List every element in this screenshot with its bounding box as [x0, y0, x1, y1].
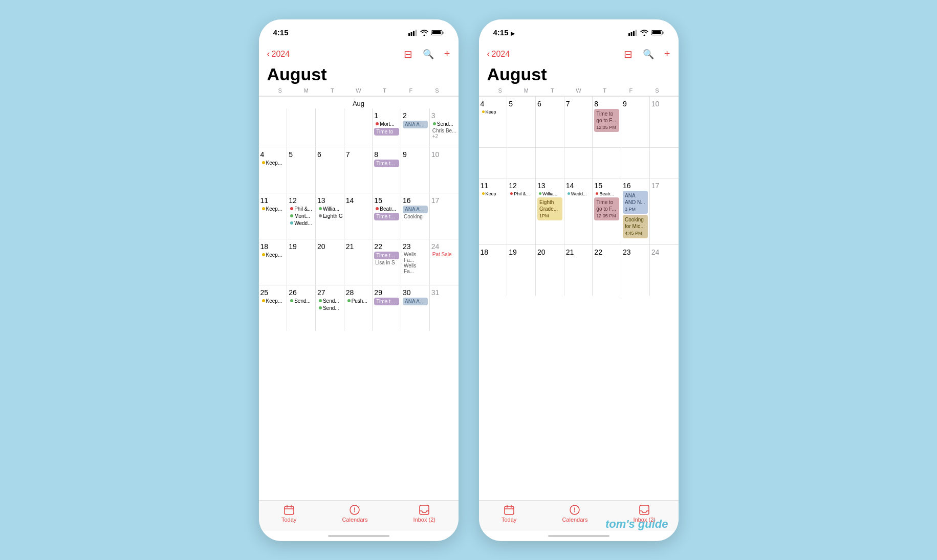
day-cell[interactable]	[316, 108, 344, 147]
view-toggle-icon[interactable]: ⊟	[404, 48, 412, 60]
day-cell-r18[interactable]: 18	[479, 245, 508, 296]
day-cell-r5[interactable]: 5	[507, 97, 536, 147]
event-keep: Keep	[481, 191, 506, 197]
day-cell-12[interactable]: 12 Phil &... Mont... Wedd...	[287, 193, 316, 239]
day-cell-r16[interactable]: 16 ANA AND N...3 PM Cooking for Mid...4:…	[621, 178, 650, 244]
day-cell-18[interactable]: 18 Keep...	[259, 239, 288, 285]
svg-rect-16	[630, 32, 632, 36]
event-block: Cooking for Mid...4:45 PM	[623, 215, 648, 238]
day-cell-20[interactable]: 20	[316, 239, 344, 285]
day-cell-r17[interactable]: 17	[650, 178, 679, 244]
day-cell-24[interactable]: 24 Pat Sale	[430, 239, 459, 285]
back-button-right[interactable]: ‹ 2024	[487, 49, 510, 59]
svg-rect-2	[413, 31, 415, 36]
event-block: Time to go to F...12:05 PM	[594, 109, 619, 132]
svg-rect-18	[635, 30, 637, 36]
day-cell-21[interactable]: 21	[344, 239, 373, 285]
day-cell-r9[interactable]: 9	[621, 97, 650, 147]
event-block: Time to go to F...12:05 PM	[594, 197, 619, 221]
calendar-nav-right: ‹ 2024 ⊟ 🔍 +	[487, 46, 670, 64]
day-cell-r11[interactable]: 11 Keep	[479, 178, 508, 244]
day-cell-r8[interactable]: 8 Time to go to F...12:05 PM	[593, 97, 621, 147]
day-cell-11[interactable]: 11 Keep...	[259, 193, 288, 239]
day-header-t2: T	[372, 87, 398, 94]
battery-icon	[651, 30, 664, 36]
day-cell[interactable]	[344, 108, 373, 147]
day-cell-r10[interactable]: 10	[650, 97, 679, 147]
add-event-icon[interactable]: +	[444, 48, 450, 60]
month-title-left: August	[267, 64, 450, 87]
day-cell-r14[interactable]: 14 Wedd...	[564, 178, 593, 244]
day-cell-17[interactable]: 17	[430, 193, 459, 239]
day-cell-31[interactable]: 31	[430, 285, 459, 331]
tab-today-label-right: Today	[502, 517, 516, 523]
wifi-icon	[420, 30, 428, 36]
day-cell-6[interactable]: 6	[316, 147, 344, 193]
day-cell-r21[interactable]: 21	[564, 245, 593, 296]
day-cell-8[interactable]: 8 Time to s	[373, 147, 401, 193]
day-cell-aug2[interactable]: 2 ANA AN...	[401, 108, 430, 147]
day-cell-r19[interactable]: 19	[507, 245, 536, 296]
day-cell-r7[interactable]: 7	[564, 97, 593, 147]
day-cell-27[interactable]: 27 Send... Send...	[316, 285, 344, 331]
tab-inbox[interactable]: Inbox (2)	[413, 504, 435, 523]
signal-icon	[408, 30, 417, 36]
day-cell-15[interactable]: 15 Beatr... Time to s	[373, 193, 401, 239]
day-cell-r15[interactable]: 15 Beatr... Time to go to F...12:05 PM	[593, 178, 621, 244]
svg-rect-1	[410, 32, 412, 36]
day-cell-30[interactable]: 30 ANA AN...	[401, 285, 430, 331]
day-cell-r23[interactable]: 23	[621, 245, 650, 296]
day-cell-r6[interactable]: 6	[536, 97, 564, 147]
event-filled: ANA AN...	[403, 206, 428, 213]
day-cell-9[interactable]: 9	[401, 147, 430, 193]
event-keep: Keep...	[260, 206, 286, 212]
day-cell-r13[interactable]: 13 Willia... Eighth Grade...1PM	[536, 178, 564, 244]
day-cell-5[interactable]: 5	[287, 147, 316, 193]
day-cell-aug3[interactable]: 3 Send... Chris Be... +2	[430, 108, 459, 147]
event-filled: ANA AN...	[403, 121, 428, 128]
battery-icon	[431, 30, 444, 36]
add-event-icon-right[interactable]: +	[664, 48, 670, 60]
search-icon[interactable]: 🔍	[423, 49, 434, 60]
day-cell-r22[interactable]: 22	[593, 245, 621, 296]
calendar-nav-left: ‹ 2024 ⊟ 🔍 +	[267, 46, 450, 64]
event-filled: Time to s	[374, 252, 399, 259]
tab-calendars[interactable]: Calendars	[342, 504, 367, 523]
day-cell-16[interactable]: 16 ANA AN... Cooking	[401, 193, 430, 239]
day-cell-19[interactable]: 19	[287, 239, 316, 285]
tab-today-label: Today	[281, 517, 296, 523]
svg-rect-29	[640, 505, 649, 514]
event-pill: Push...	[346, 298, 371, 304]
day-cell-26[interactable]: 26 Send...	[287, 285, 316, 331]
day-cell-4[interactable]: 4 Keep...	[259, 147, 288, 193]
svg-rect-6	[432, 31, 441, 34]
back-button-left[interactable]: ‹ 2024	[267, 49, 290, 59]
day-cell-13[interactable]: 13 Willia... Eighth G	[316, 193, 344, 239]
day-cell-7[interactable]: 7	[344, 147, 373, 193]
day-cell-28[interactable]: 28 Push...	[344, 285, 373, 331]
calendar-icon-right	[504, 504, 515, 516]
header-actions-right: ⊟ 🔍 +	[624, 48, 670, 60]
tab-today-right[interactable]: Today	[502, 504, 516, 523]
day-cell-29[interactable]: 29 Time to s	[373, 285, 401, 331]
day-cell-r4[interactable]: 4 Keep	[479, 97, 508, 147]
day-cell-r20[interactable]: 20	[536, 245, 564, 296]
day-cell-10[interactable]: 10	[430, 147, 459, 193]
time-right: 4:15 ▶	[493, 28, 515, 37]
event-pill: Send...	[317, 305, 342, 311]
search-icon-right[interactable]: 🔍	[643, 49, 654, 60]
day-cell-14[interactable]: 14	[344, 193, 373, 239]
day-cell-23[interactable]: 23 Wells Fa... Wells Fa...	[401, 239, 430, 285]
day-cell-25[interactable]: 25 Keep...	[259, 285, 288, 331]
day-cell-r24[interactable]: 24	[650, 245, 679, 296]
tab-calendars-right[interactable]: Calendars	[562, 504, 587, 523]
week-row-1: 1 Mort... Time to 2 ANA AN... 3 Send... …	[259, 108, 459, 147]
day-cell[interactable]	[259, 108, 288, 147]
tab-today[interactable]: Today	[281, 504, 296, 523]
day-cell-aug1[interactable]: 1 Mort... Time to	[373, 108, 401, 147]
day-cell-22[interactable]: 22 Time to s Lisa in S	[373, 239, 401, 285]
svg-rect-0	[408, 33, 410, 36]
day-cell[interactable]	[287, 108, 316, 147]
day-cell-r12[interactable]: 12 Phil &...	[507, 178, 536, 244]
view-toggle-icon-right[interactable]: ⊟	[624, 48, 633, 60]
